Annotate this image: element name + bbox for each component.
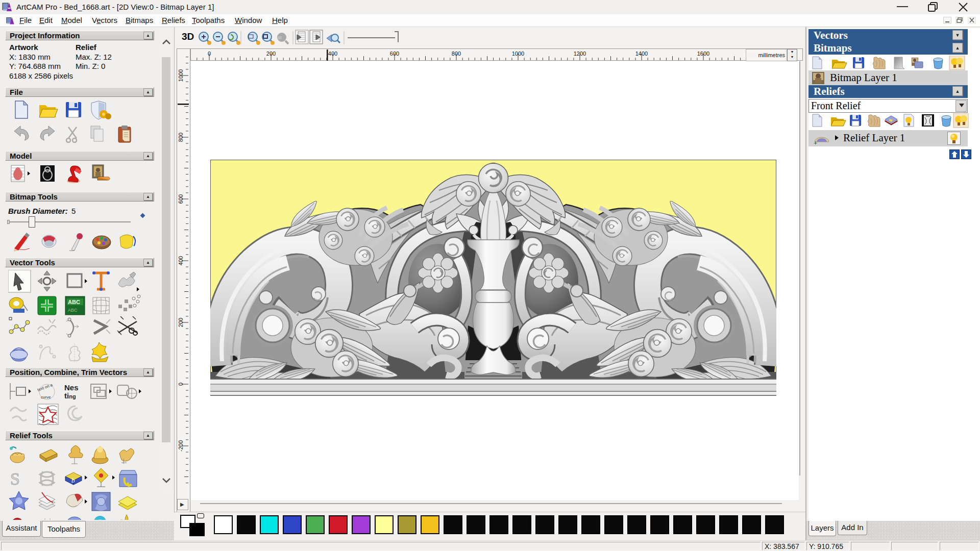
svg-text:1000: 1000 (512, 51, 524, 57)
svg-text:600: 600 (178, 194, 184, 204)
svg-text:1400: 1400 (635, 51, 648, 57)
svg-text:400: 400 (328, 51, 337, 57)
svg-text:b: b (71, 477, 75, 484)
svg-text:600: 600 (390, 51, 399, 57)
svg-text:+: + (814, 139, 817, 146)
svg-text:ABC: ABC (68, 299, 80, 305)
svg-text:200: 200 (266, 51, 276, 57)
svg-text:curve: curve (41, 395, 51, 399)
svg-text:text on a: text on a (37, 383, 53, 392)
svg-text:800: 800 (178, 133, 184, 142)
svg-text:1600: 1600 (697, 51, 709, 57)
svg-text:ABC: ABC (68, 308, 78, 313)
svg-text:200: 200 (178, 318, 184, 327)
svg-text:0: 0 (178, 383, 184, 386)
svg-text:1000: 1000 (178, 69, 184, 82)
svg-text:Nes: Nes (64, 383, 79, 392)
svg-text:1200: 1200 (574, 51, 586, 57)
svg-text:S: S (10, 469, 20, 488)
svg-text:ting: ting (64, 391, 76, 400)
svg-text:-200: -200 (178, 440, 184, 452)
svg-text:0: 0 (208, 51, 211, 57)
svg-text:400: 400 (178, 256, 184, 265)
svg-text:800: 800 (452, 51, 461, 57)
